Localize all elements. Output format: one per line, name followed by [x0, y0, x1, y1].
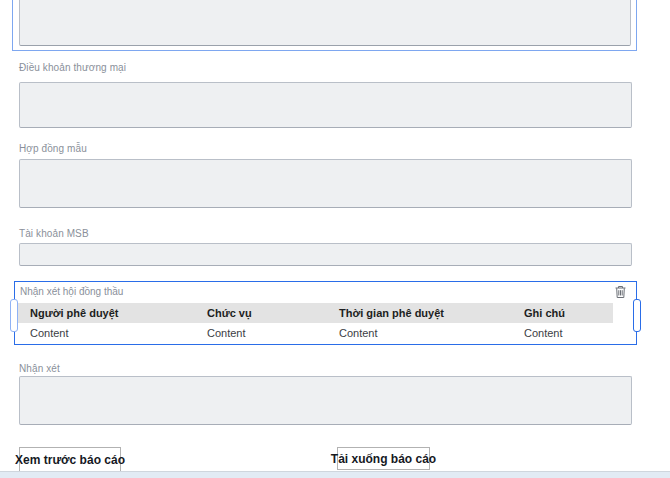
- commercial-terms-textarea[interactable]: [19, 82, 632, 128]
- horizontal-scrollbar[interactable]: [0, 471, 670, 478]
- msb-account-input[interactable]: [19, 243, 632, 266]
- table-cell: Content: [16, 323, 193, 343]
- delete-table-button[interactable]: [613, 285, 628, 300]
- right-drag-handle[interactable]: [633, 299, 641, 332]
- committee-table-container: Nhận xét hội đồng thầu Người phê duyệt: [14, 281, 637, 345]
- commercial-terms-label: Điều khoản thương mại: [19, 62, 126, 73]
- contract-template-textarea[interactable]: [19, 159, 632, 208]
- top-textarea[interactable]: [19, 0, 631, 46]
- comment-label: Nhận xét: [19, 363, 60, 374]
- column-header-note: Ghi chú: [510, 303, 613, 323]
- table-row: Content Content Content Content: [16, 323, 613, 343]
- column-header-position: Chức vụ: [193, 303, 325, 323]
- column-header-approver: Người phê duyệt: [16, 303, 193, 323]
- contract-template-label: Hợp đồng mẫu: [19, 143, 87, 154]
- msb-account-label: Tài khoản MSB: [19, 228, 89, 239]
- committee-table: Người phê duyệt Chức vụ Thời gian phê du…: [16, 303, 613, 343]
- report-form-page: Điều khoản thương mại Hợp đồng mẫu Tài k…: [0, 0, 670, 478]
- table-cell: Content: [510, 323, 613, 343]
- preview-report-button[interactable]: Xem trước báo cáo: [19, 447, 121, 472]
- download-report-button[interactable]: Tải xuống báo cáo: [337, 447, 430, 470]
- left-drag-handle[interactable]: [10, 299, 18, 332]
- column-header-approval-time: Thời gian phê duyệt: [325, 303, 510, 323]
- trash-icon: [614, 287, 627, 302]
- committee-comment-label: Nhận xét hội đồng thầu: [20, 286, 123, 297]
- comment-textarea[interactable]: [19, 376, 632, 425]
- table-cell: Content: [193, 323, 325, 343]
- table-header-row: Người phê duyệt Chức vụ Thời gian phê du…: [16, 303, 613, 323]
- focused-field-container: [12, 0, 637, 51]
- table-cell: Content: [325, 323, 510, 343]
